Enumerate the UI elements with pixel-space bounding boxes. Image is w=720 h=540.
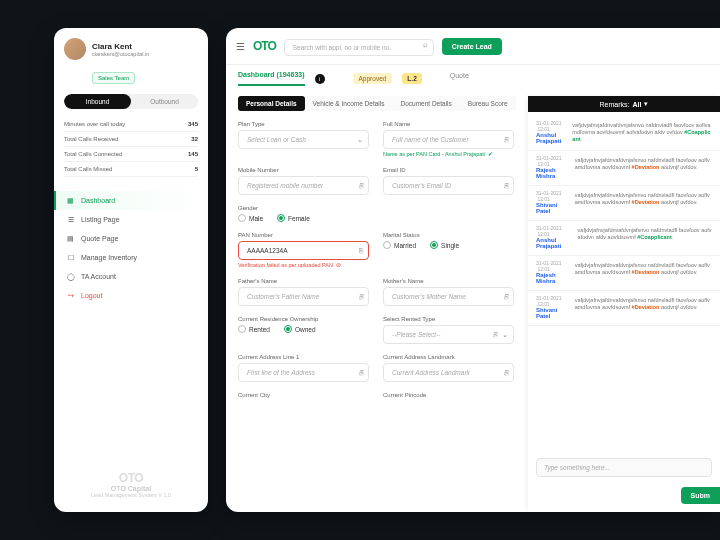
addr1-input[interactable]: First line of the Address⎘: [238, 363, 369, 382]
fullname-input[interactable]: Full name of the Customer⎘: [383, 130, 514, 149]
bookmark-icon: ⎘: [359, 182, 363, 189]
user-icon: ◯: [66, 272, 75, 281]
father-label: Father's Name: [238, 278, 369, 284]
sidebar-nav: ▦Dashboard ☰Listing Page ▤Quote Page ☐Ma…: [54, 185, 208, 311]
bookmark-icon: ⎘: [493, 331, 497, 338]
pan-name-verified: Name as per PAN Card - Anshul Prajapati✔: [383, 151, 514, 157]
renttype-select[interactable]: --Please Select--⌄⎘: [383, 325, 514, 344]
plan-type-select[interactable]: Select Loan or Cash⌄: [238, 130, 369, 149]
sidebar-item-dashboard[interactable]: ▦Dashboard: [54, 191, 208, 210]
radio-male[interactable]: Male: [238, 214, 263, 222]
radio-married[interactable]: Married: [383, 241, 416, 249]
pan-input[interactable]: AAAAA1234A⎘: [238, 241, 369, 260]
box-icon: ☐: [66, 253, 75, 262]
sidebar: Clara Kent clarakent@otocapital.in Sales…: [54, 28, 208, 512]
radio-owned[interactable]: Owned: [284, 325, 316, 333]
sidebar-item-quote[interactable]: ▤Quote Page: [56, 229, 208, 248]
inbound-outbound-toggle[interactable]: Inbound Outbound: [64, 94, 198, 109]
pincode-label: Current Pincode: [383, 392, 514, 398]
mother-label: Mother's Name: [383, 278, 514, 284]
bookmark-icon: ⎘: [359, 293, 363, 300]
user-profile[interactable]: Clara Kent clarakent@otocapital.in: [54, 38, 208, 66]
bookmark-icon: ⎘: [504, 369, 508, 376]
menu-icon[interactable]: ☰: [236, 41, 245, 52]
status-l2: L.2: [402, 73, 421, 84]
father-input[interactable]: Customer's Father Name⎘: [238, 287, 369, 306]
chevron-down-icon: ▾: [644, 100, 648, 108]
stat-row: Total Calls Connected145: [64, 147, 198, 162]
gender-label: Gender: [238, 205, 369, 211]
residence-label: Current Residence Ownership: [238, 316, 369, 322]
sidebar-item-ta-account[interactable]: ◯TA Account: [56, 267, 208, 286]
chevron-down-icon: ⌄: [502, 331, 508, 339]
landmark-label: Current Address Landmark: [383, 354, 514, 360]
main-panel: ☰ OTO ⌕ Create Lead Dashboard (194633) i…: [226, 28, 720, 512]
remark-item: 31-01-2021 12:01Shivani Patelvafjdvjafnv…: [528, 291, 720, 326]
bookmark-icon: ⎘: [359, 247, 363, 254]
bookmark-icon: ⎘: [504, 136, 508, 143]
remark-item: 31-01-2021 12:01Shivani Patelvafjdvjafnv…: [528, 186, 720, 221]
remarks-input[interactable]: Type something here...: [536, 458, 712, 477]
radio-single[interactable]: Single: [430, 241, 459, 249]
remark-item: 31-01-2021 12:01Rajesh Mishravafjdvjafnv…: [528, 151, 720, 186]
tab-dashboard[interactable]: Dashboard (194633): [238, 71, 305, 86]
chevron-down-icon: ⌄: [357, 136, 363, 144]
remarks-header[interactable]: Remarks: All ▾: [528, 96, 720, 112]
logout-icon: ↪: [66, 291, 75, 300]
remark-item: 31-01-2021 12:01Anshul Prajapativafjdvja…: [528, 116, 720, 151]
toggle-outbound[interactable]: Outbound: [131, 94, 198, 109]
sidebar-item-listing[interactable]: ☰Listing Page: [56, 210, 208, 229]
radio-female[interactable]: Female: [277, 214, 310, 222]
mother-input[interactable]: Customer's Mother Name⎘: [383, 287, 514, 306]
list-icon: ☰: [66, 215, 75, 224]
remarks-list: 31-01-2021 12:01Anshul Prajapativafjdvja…: [528, 112, 720, 452]
user-name: Clara Kent: [92, 42, 149, 51]
mobile-label: Mobile Number: [238, 167, 369, 173]
fullname-label: Full Name: [383, 121, 514, 127]
brand-logo-text: OTO: [54, 471, 208, 485]
subtab-vehicle[interactable]: Vehicle & Income Details: [305, 96, 393, 111]
submit-button[interactable]: Subm: [681, 487, 720, 504]
stat-row: Minutes over call today345: [64, 117, 198, 132]
subtab-bureau[interactable]: Bureau Score: [460, 96, 516, 111]
pan-label: PAN Number: [238, 232, 369, 238]
user-email: clarakent@otocapital.in: [92, 51, 149, 57]
subtabs: Personal Details Vehicle & Income Detail…: [238, 96, 518, 111]
bookmark-icon: ⎘: [504, 182, 508, 189]
avatar: [64, 38, 86, 60]
search-icon[interactable]: ⌕: [423, 40, 428, 49]
stats-list: Minutes over call today345 Total Calls R…: [54, 117, 208, 185]
radio-rented[interactable]: Rented: [238, 325, 270, 333]
bookmark-icon: ⎘: [504, 293, 508, 300]
toggle-inbound[interactable]: Inbound: [64, 94, 131, 109]
info-icon[interactable]: i: [315, 74, 325, 84]
brand-footer: OTO OTO Capital Lead Management System V…: [54, 463, 208, 502]
grid-icon: ▦: [66, 196, 75, 205]
stat-row: Total Calls Missed5: [64, 162, 198, 177]
city-label: Current City: [238, 392, 369, 398]
bookmark-icon: ⎘: [359, 369, 363, 376]
search-field[interactable]: [284, 39, 434, 56]
topbar: ☰ OTO ⌕ Create Lead: [226, 28, 720, 65]
tabs: Dashboard (194633) i Approved L.2 Quote: [226, 65, 720, 86]
email-label: Email ID: [383, 167, 514, 173]
sidebar-item-inventory[interactable]: ☐Manage Inventory: [56, 248, 208, 267]
mobile-input[interactable]: Registered mobile number⎘: [238, 176, 369, 195]
email-input[interactable]: Customer's Email ID⎘: [383, 176, 514, 195]
error-icon: ⊘: [336, 262, 341, 268]
search-input[interactable]: ⌕: [284, 36, 434, 56]
sidebar-item-logout[interactable]: ↪Logout: [56, 286, 208, 305]
tab-quote[interactable]: Quote: [450, 72, 469, 85]
stat-row: Total Calls Received32: [64, 132, 198, 147]
create-lead-button[interactable]: Create Lead: [442, 38, 502, 55]
renttype-label: Select Rented Type: [383, 316, 514, 322]
team-badge: Sales Team: [92, 72, 135, 84]
remark-item: 31-01-2021 12:01Rajesh Mishravafjdvjafnv…: [528, 256, 720, 291]
status-approved: Approved: [353, 73, 393, 84]
remark-item: 31-01-2021 12:01Anshul Prajapativafjdvja…: [528, 221, 720, 256]
check-icon: ✔: [488, 151, 493, 157]
subtab-document[interactable]: Document Details: [392, 96, 459, 111]
landmark-input[interactable]: Current Address Landmark⎘: [383, 363, 514, 382]
addr1-label: Current Address Line 1: [238, 354, 369, 360]
subtab-personal[interactable]: Personal Details: [238, 96, 305, 111]
